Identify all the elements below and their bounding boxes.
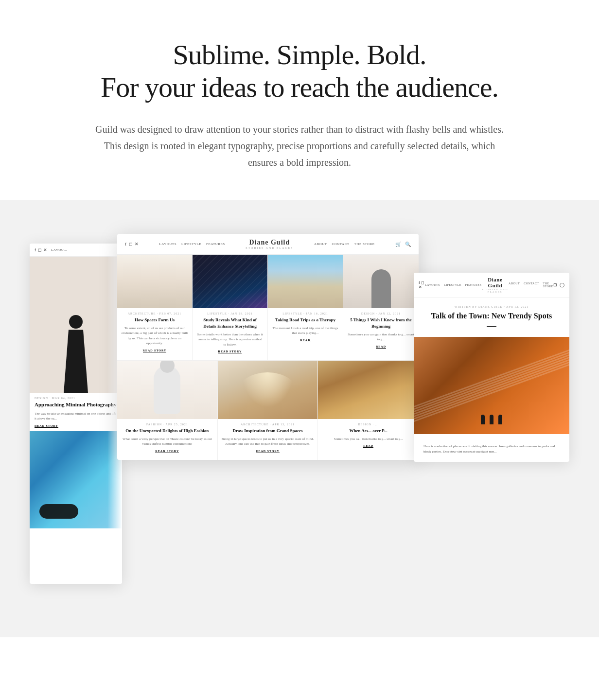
hero-title: Sublime. Simple. Bold. For your ideas to… bbox=[49, 39, 550, 104]
nav-lifestyle[interactable]: LIFESTYLE bbox=[181, 242, 201, 246]
blog-card-1-link[interactable]: READ STORY bbox=[143, 349, 167, 352]
blog-card-6: ARCHITECTURE · APR 13, 2021 Draw Inspira… bbox=[218, 361, 318, 460]
blog-card-3-meta: LIFESTYLE · JAN 16, 2021 bbox=[268, 312, 343, 315]
partial-social-icons: f ◻ ✕ bbox=[35, 247, 47, 252]
blog-card-3-link[interactable]: READ bbox=[300, 339, 310, 342]
blog-grid-top: ARCHITECTURE · FEB 07, 2021 How Spaces F… bbox=[117, 255, 419, 360]
blog-card-3-excerpt: The moment I took a road trip, one of th… bbox=[268, 326, 343, 336]
screenshots-section: f ◻ ✕ LAYOU... DESIGN · MAR 04, 2021 App… bbox=[0, 200, 599, 637]
blog-card-5-meta: FASHION · APR 25, 2021 bbox=[117, 423, 217, 426]
right-article-caption-block: Here is a selection of places worth visi… bbox=[414, 439, 569, 462]
cart-icon[interactable]: 🛒 bbox=[395, 242, 401, 247]
nav-links-left: LAYOUTS LIFESTYLE FEATURES bbox=[159, 242, 225, 246]
blog-card-6-excerpt: Being in large spaces tends to put us in… bbox=[218, 437, 318, 447]
person-head bbox=[69, 315, 83, 329]
right-nav-features[interactable]: FEATURES bbox=[465, 283, 482, 286]
blog-card-4-title: 5 Things I Wish I Knew from the Beginnin… bbox=[343, 317, 419, 329]
blog-card-5-link[interactable]: READ STORY bbox=[155, 450, 179, 453]
blog-card-5-title: On the Unexpected Delights of High Fashi… bbox=[117, 428, 217, 434]
nav-icons-right: 🛒 🔍 bbox=[395, 242, 411, 247]
blog-card-2: LIFESTYLE · JAN 28, 2021 Study Reveals W… bbox=[193, 255, 268, 360]
site-subtitle: STORIES AND PLACES bbox=[246, 246, 293, 249]
right-article-byline: WRITTEN BY DIANE GUILD · APR 12, 2021 bbox=[422, 305, 562, 308]
blog-card-1-title: How Spaces Form Us bbox=[117, 317, 192, 323]
right-nav-store[interactable]: THE STORE bbox=[543, 282, 553, 288]
blog-grid-bottom: FASHION · APR 25, 2021 On the Unexpected… bbox=[117, 360, 419, 460]
blog-card-4-meta: DESIGN · JAN 12, 2021 bbox=[343, 312, 419, 315]
card-left-partial: f ◻ ✕ LAYOU... DESIGN · MAR 04, 2021 App… bbox=[30, 244, 122, 584]
right-search-icon[interactable]: ◯ bbox=[560, 282, 564, 287]
blog-card-6-image bbox=[218, 361, 318, 419]
right-site-subtitle: STORIES AND PLACES bbox=[482, 288, 509, 293]
blog-card-2-image bbox=[193, 255, 267, 308]
nav-about[interactable]: ABOUT bbox=[314, 242, 327, 246]
twitter-icon: ✕ bbox=[135, 242, 139, 246]
right-nav-about[interactable]: ABOUT bbox=[509, 282, 520, 288]
twitter-icon: ✕ bbox=[419, 285, 422, 289]
blog-card-1-meta: ARCHITECTURE · FEB 07, 2021 bbox=[117, 312, 192, 315]
blog-card-1: ARCHITECTURE · FEB 07, 2021 How Spaces F… bbox=[117, 255, 193, 360]
card-right: f ◻ ✕ LAYOUTS LIFESTYLE FEATURES Diane G… bbox=[414, 273, 569, 462]
facebook-icon: f bbox=[35, 247, 36, 252]
person-silhouette bbox=[64, 315, 88, 393]
right-site-name: Diane Guild bbox=[482, 277, 509, 288]
instagram-icon: ◻ bbox=[421, 280, 424, 285]
blog-card-2-title: Study Reveals What Kind of Details Enhan… bbox=[193, 317, 267, 329]
blog-card-7-meta: DESIGN · ... bbox=[318, 423, 419, 426]
blog-card-1-image bbox=[117, 255, 192, 308]
blog-card-3-title: Taking Road Trips as a Therapy bbox=[268, 317, 343, 323]
search-icon[interactable]: 🔍 bbox=[405, 242, 411, 247]
person-body bbox=[64, 330, 88, 393]
blog-card-3-image bbox=[268, 255, 343, 308]
right-nav-contact[interactable]: CONTACT bbox=[524, 282, 539, 288]
right-article-caption: Here is a selection of places worth visi… bbox=[422, 444, 562, 454]
right-article-title: Talk of the Town: New Trendy Spots bbox=[422, 311, 562, 321]
blog-card-5-image bbox=[117, 361, 217, 419]
right-article-section: WRITTEN BY DIANE GUILD · APR 12, 2021 Ta… bbox=[414, 298, 569, 337]
nav-layouts[interactable]: LAYOUTS bbox=[159, 242, 177, 246]
right-article-image bbox=[414, 337, 569, 434]
escalator-visual bbox=[414, 337, 569, 434]
nav-contact[interactable]: CONTACT bbox=[332, 242, 350, 246]
right-nav-layouts[interactable]: LAYOUTS bbox=[425, 283, 440, 286]
hero-section: Sublime. Simple. Bold. For your ideas to… bbox=[0, 0, 599, 200]
blog-card-4: DESIGN · JAN 12, 2021 5 Things I Wish I … bbox=[343, 255, 419, 360]
sunglasses bbox=[39, 504, 78, 519]
nav-links-right: ABOUT CONTACT THE STORE bbox=[314, 242, 375, 246]
blog-card-1-excerpt: To some extent, all of us are products o… bbox=[117, 326, 192, 346]
blog-card-5: FASHION · APR 25, 2021 On the Unexpected… bbox=[117, 361, 218, 460]
site-title: Diane Guild bbox=[246, 239, 293, 246]
blog-card-4-excerpt: Sometimes you can gain tion thanks to g.… bbox=[343, 332, 419, 342]
blog-card-4-image bbox=[343, 255, 419, 308]
nav-store[interactable]: THE STORE bbox=[354, 242, 375, 246]
right-nav-lifestyle[interactable]: LIFESTYLE bbox=[444, 283, 461, 286]
partial-nav-label: LAYOU... bbox=[51, 248, 67, 252]
site-brand: Diane Guild STORIES AND PLACES bbox=[246, 239, 293, 249]
blog-card-7-link[interactable]: READ bbox=[363, 444, 373, 448]
right-social-icons: f ◻ ✕ bbox=[419, 280, 425, 289]
blog-card-7-title: When Aes... over P... bbox=[318, 428, 419, 434]
social-icons: f ◻ ✕ bbox=[125, 242, 139, 246]
blog-card-7-image bbox=[318, 361, 419, 419]
blog-card-2-link[interactable]: READ STORY bbox=[218, 350, 242, 353]
instagram-icon: ◻ bbox=[38, 247, 41, 252]
instagram-icon: ◻ bbox=[129, 242, 132, 246]
right-cart-icon[interactable]: ⊡ bbox=[553, 282, 557, 287]
card-main: f ◻ ✕ LAYOUTS LIFESTYLE FEATURES Diane G… bbox=[117, 234, 419, 459]
blog-card-2-meta: LIFESTYLE · JAN 28, 2021 bbox=[193, 312, 267, 315]
twitter-icon: ✕ bbox=[43, 247, 47, 252]
blog-card-5-excerpt: What could a witty perspective on 'Haute… bbox=[117, 437, 217, 447]
hero-description: Guild was designed to draw attention to … bbox=[90, 121, 509, 171]
blog-card-6-link[interactable]: READ STORY bbox=[256, 450, 280, 453]
facebook-icon: f bbox=[419, 280, 420, 285]
right-nav-bar: f ◻ ✕ LAYOUTS LIFESTYLE FEATURES Diane G… bbox=[414, 273, 569, 298]
nav-features[interactable]: FEATURES bbox=[206, 242, 225, 246]
blog-card-2-excerpt: Some details work better than the others… bbox=[193, 332, 267, 348]
blog-card-6-title: Draw Inspiration from Grand Spaces bbox=[218, 428, 318, 434]
blog-card-3: LIFESTYLE · JAN 16, 2021 Taking Road Tri… bbox=[268, 255, 343, 360]
right-article-divider bbox=[487, 326, 496, 327]
facebook-icon: f bbox=[125, 242, 126, 246]
blog-card-4-link[interactable]: READ bbox=[376, 345, 386, 349]
blog-card-6-meta: ARCHITECTURE · APR 13, 2021 bbox=[218, 423, 318, 426]
main-nav-bar: f ◻ ✕ LAYOUTS LIFESTYLE FEATURES Diane G… bbox=[117, 234, 419, 255]
